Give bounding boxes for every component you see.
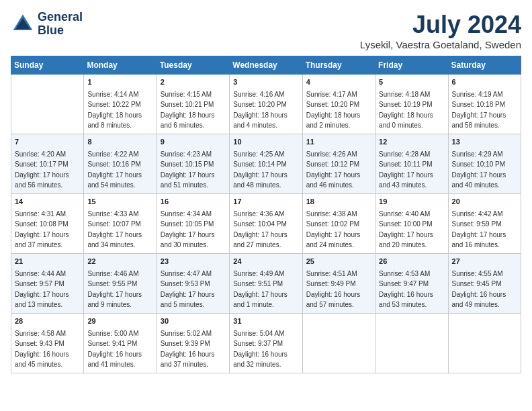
day-info: Sunrise: 4:58 AM Sunset: 9:43 PM Dayligh…	[15, 330, 69, 369]
logo-icon	[11, 12, 35, 36]
day-info: Sunrise: 4:22 AM Sunset: 10:16 PM Daylig…	[87, 150, 142, 189]
day-number: 1	[87, 77, 152, 88]
calendar-header-row: Sunday Monday Tuesday Wednesday Thursday…	[11, 56, 521, 75]
day-info: Sunrise: 4:53 AM Sunset: 9:47 PM Dayligh…	[379, 270, 433, 309]
day-number: 5	[379, 77, 444, 88]
day-number: 28	[15, 316, 80, 327]
day-number: 8	[87, 137, 152, 148]
logo-line1: General	[38, 11, 83, 24]
col-wednesday: Wednesday	[230, 56, 302, 75]
table-row: 4Sunrise: 4:17 AM Sunset: 10:20 PM Dayli…	[302, 75, 375, 134]
table-row: 31Sunrise: 5:04 AM Sunset: 9:37 PM Dayli…	[230, 313, 302, 373]
table-row: 28Sunrise: 4:58 AM Sunset: 9:43 PM Dayli…	[11, 313, 84, 373]
day-number: 23	[161, 257, 226, 267]
day-info: Sunrise: 4:14 AM Sunset: 10:22 PM Daylig…	[87, 91, 142, 130]
col-sunday: Sunday	[11, 56, 84, 75]
day-number: 9	[161, 137, 226, 148]
day-info: Sunrise: 4:31 AM Sunset: 10:08 PM Daylig…	[15, 210, 69, 249]
table-row: 29Sunrise: 5:00 AM Sunset: 9:41 PM Dayli…	[84, 313, 157, 373]
table-row: 7Sunrise: 4:20 AM Sunset: 10:17 PM Dayli…	[11, 134, 84, 193]
day-info: Sunrise: 4:51 AM Sunset: 9:49 PM Dayligh…	[306, 270, 361, 309]
day-number: 12	[379, 137, 444, 148]
month-year-title: July 2024	[360, 11, 521, 39]
day-number: 7	[15, 137, 80, 148]
table-row: 10Sunrise: 4:25 AM Sunset: 10:14 PM Dayl…	[230, 134, 302, 193]
day-info: Sunrise: 4:34 AM Sunset: 10:05 PM Daylig…	[161, 210, 215, 249]
day-info: Sunrise: 4:26 AM Sunset: 10:12 PM Daylig…	[306, 150, 361, 189]
day-info: Sunrise: 4:55 AM Sunset: 9:45 PM Dayligh…	[452, 270, 506, 309]
table-row: 30Sunrise: 5:02 AM Sunset: 9:39 PM Dayli…	[157, 313, 229, 373]
table-row: 27Sunrise: 4:55 AM Sunset: 9:45 PM Dayli…	[448, 253, 521, 313]
calendar-week-row: 28Sunrise: 4:58 AM Sunset: 9:43 PM Dayli…	[11, 313, 521, 373]
day-number: 31	[233, 316, 298, 327]
day-number: 11	[306, 137, 371, 148]
table-row	[11, 75, 84, 134]
day-info: Sunrise: 4:42 AM Sunset: 9:59 PM Dayligh…	[452, 210, 506, 249]
table-row: 25Sunrise: 4:51 AM Sunset: 9:49 PM Dayli…	[302, 253, 375, 313]
day-info: Sunrise: 4:25 AM Sunset: 10:14 PM Daylig…	[233, 150, 287, 189]
table-row: 24Sunrise: 4:49 AM Sunset: 9:51 PM Dayli…	[230, 253, 302, 313]
table-row: 11Sunrise: 4:26 AM Sunset: 10:12 PM Dayl…	[302, 134, 375, 193]
day-info: Sunrise: 4:23 AM Sunset: 10:15 PM Daylig…	[161, 150, 215, 189]
table-row: 21Sunrise: 4:44 AM Sunset: 9:57 PM Dayli…	[11, 253, 84, 313]
table-row: 2Sunrise: 4:15 AM Sunset: 10:21 PM Dayli…	[157, 75, 229, 134]
day-number: 27	[452, 257, 517, 267]
day-number: 20	[452, 197, 517, 208]
day-info: Sunrise: 5:00 AM Sunset: 9:41 PM Dayligh…	[87, 330, 142, 369]
day-number: 18	[306, 197, 371, 208]
logo-text: General Blue	[38, 11, 83, 38]
table-row: 12Sunrise: 4:28 AM Sunset: 10:11 PM Dayl…	[375, 134, 448, 193]
table-row	[448, 313, 521, 373]
day-number: 19	[379, 197, 444, 208]
day-info: Sunrise: 4:38 AM Sunset: 10:02 PM Daylig…	[306, 210, 361, 249]
table-row: 22Sunrise: 4:46 AM Sunset: 9:55 PM Dayli…	[84, 253, 157, 313]
col-monday: Monday	[84, 56, 157, 75]
day-number: 14	[15, 197, 80, 208]
col-tuesday: Tuesday	[157, 56, 229, 75]
day-number: 25	[306, 257, 371, 267]
day-number: 26	[379, 257, 444, 267]
calendar-week-row: 14Sunrise: 4:31 AM Sunset: 10:08 PM Dayl…	[11, 193, 521, 253]
day-number: 2	[161, 77, 226, 88]
day-info: Sunrise: 4:46 AM Sunset: 9:55 PM Dayligh…	[87, 270, 142, 309]
day-number: 3	[233, 77, 298, 88]
day-info: Sunrise: 4:40 AM Sunset: 10:00 PM Daylig…	[379, 210, 433, 249]
table-row: 17Sunrise: 4:36 AM Sunset: 10:04 PM Dayl…	[230, 193, 302, 253]
day-info: Sunrise: 4:29 AM Sunset: 10:10 PM Daylig…	[452, 150, 506, 189]
table-row: 23Sunrise: 4:47 AM Sunset: 9:53 PM Dayli…	[157, 253, 229, 313]
table-row: 15Sunrise: 4:33 AM Sunset: 10:07 PM Dayl…	[84, 193, 157, 253]
col-thursday: Thursday	[302, 56, 375, 75]
page-header: General Blue July 2024 Lysekil, Vaestra …	[11, 11, 521, 50]
day-number: 30	[161, 316, 226, 327]
table-row	[375, 313, 448, 373]
calendar-table: Sunday Monday Tuesday Wednesday Thursday…	[11, 56, 521, 373]
day-number: 22	[87, 257, 152, 267]
day-info: Sunrise: 4:33 AM Sunset: 10:07 PM Daylig…	[87, 210, 142, 249]
table-row: 9Sunrise: 4:23 AM Sunset: 10:15 PM Dayli…	[157, 134, 229, 193]
day-number: 10	[233, 137, 298, 148]
day-info: Sunrise: 4:18 AM Sunset: 10:19 PM Daylig…	[379, 91, 433, 130]
table-row: 14Sunrise: 4:31 AM Sunset: 10:08 PM Dayl…	[11, 193, 84, 253]
day-number: 29	[87, 316, 152, 327]
table-row: 8Sunrise: 4:22 AM Sunset: 10:16 PM Dayli…	[84, 134, 157, 193]
day-info: Sunrise: 4:49 AM Sunset: 9:51 PM Dayligh…	[233, 270, 287, 309]
day-info: Sunrise: 4:17 AM Sunset: 10:20 PM Daylig…	[306, 91, 361, 130]
logo-line2: Blue	[38, 24, 83, 38]
day-number: 16	[161, 197, 226, 208]
day-info: Sunrise: 4:28 AM Sunset: 10:11 PM Daylig…	[379, 150, 433, 189]
table-row: 16Sunrise: 4:34 AM Sunset: 10:05 PM Dayl…	[157, 193, 229, 253]
table-row: 1Sunrise: 4:14 AM Sunset: 10:22 PM Dayli…	[84, 75, 157, 134]
table-row: 6Sunrise: 4:19 AM Sunset: 10:18 PM Dayli…	[448, 75, 521, 134]
table-row: 5Sunrise: 4:18 AM Sunset: 10:19 PM Dayli…	[375, 75, 448, 134]
table-row: 20Sunrise: 4:42 AM Sunset: 9:59 PM Dayli…	[448, 193, 521, 253]
day-info: Sunrise: 4:20 AM Sunset: 10:17 PM Daylig…	[15, 150, 69, 189]
day-info: Sunrise: 5:04 AM Sunset: 9:37 PM Dayligh…	[233, 330, 287, 369]
day-number: 17	[233, 197, 298, 208]
col-saturday: Saturday	[448, 56, 521, 75]
day-number: 24	[233, 257, 298, 267]
table-row: 3Sunrise: 4:16 AM Sunset: 10:20 PM Dayli…	[230, 75, 302, 134]
calendar-week-row: 7Sunrise: 4:20 AM Sunset: 10:17 PM Dayli…	[11, 134, 521, 193]
calendar-week-row: 1Sunrise: 4:14 AM Sunset: 10:22 PM Dayli…	[11, 75, 521, 134]
day-number: 4	[306, 77, 371, 88]
table-row: 26Sunrise: 4:53 AM Sunset: 9:47 PM Dayli…	[375, 253, 448, 313]
